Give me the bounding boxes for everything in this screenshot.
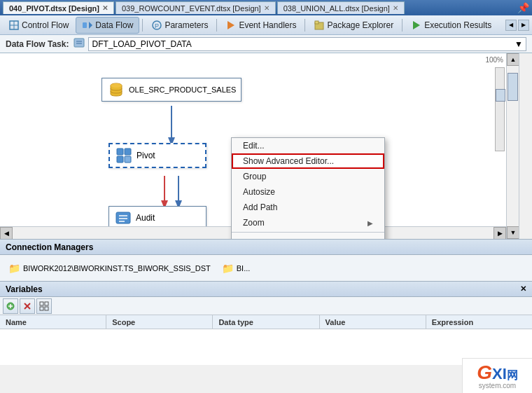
toolbar-arrow-left[interactable]: ◀ [505,20,517,31]
zoom-handle[interactable] [496,89,505,102]
toolbar-arrow-right[interactable]: ▶ [518,20,529,31]
menu-event-handlers-label: Event Handlers [239,20,296,30]
ctx-cut-shortcut: Ctrl+X [351,238,373,239]
task-bar-value: DFT_LOAD_PIVOT_DATA ▼ [73,36,526,51]
menu-control-flow[interactable]: Control Flow [3,18,74,33]
scroll-down-btn[interactable]: ▼ [507,226,519,239]
svg-rect-23 [125,149,131,155]
menu-sep-4 [402,19,402,32]
scroll-left-btn[interactable]: ◀ [0,227,13,239]
menu-execution-results-label: Execution Results [424,20,491,30]
menu-bar: Control Flow Data Flow P Parameters Even… [0,15,532,35]
package-explorer-icon [314,20,325,31]
scroll-thumb[interactable] [507,73,518,101]
node-pivot-label: Pivot [136,151,155,160]
svg-rect-11 [74,39,84,47]
node-audit-label: Audit [136,213,155,223]
task-bar-label: Data Flow Task: [6,39,69,49]
db-source-icon [108,81,125,98]
zoom-slider[interactable] [495,67,505,151]
control-flow-icon [8,20,20,31]
menu-parameters[interactable]: P Parameters [146,18,214,33]
ctx-zoom-label: Zoom [243,218,265,228]
title-tabs: 040_PIVOT.dtsx [Design] ✕ 039_ROWCOUNT_E… [3,1,517,14]
col-datatype: Data type [213,315,319,329]
ctx-autosize[interactable]: Autosize [232,184,384,200]
tab-040-close[interactable]: ✕ [102,4,108,12]
svg-rect-24 [117,156,123,163]
ctx-zoom[interactable]: Zoom ▶ [232,215,384,230]
data-flow-icon [82,20,93,31]
node-ole-src-label: OLE_SRC_PRODUCT_SALES [129,85,236,94]
task-icon [73,36,85,51]
tab-039-close[interactable]: ✕ [264,4,270,12]
var-grid-btn[interactable] [36,298,52,314]
menu-data-flow-label: Data Flow [95,20,133,30]
ctx-add-path-label: Add Path [243,202,277,212]
svg-rect-9 [315,21,318,24]
ctx-edit[interactable]: Edit... [232,138,384,153]
scroll-up-btn[interactable]: ▲ [507,53,519,66]
menu-package-explorer[interactable]: Package Explorer [308,18,399,33]
node-pivot[interactable]: Pivot [108,143,206,168]
parameters-icon: P [151,20,162,31]
menu-parameters-label: Parameters [164,20,208,30]
svg-rect-43 [45,302,48,305]
ctx-show-advanced-editor[interactable]: Show Advanced Editor... [232,153,384,169]
svg-rect-25 [125,156,131,163]
svg-text:P: P [155,22,159,29]
ctx-cut[interactable]: ✂ Cut Ctrl+X [232,234,384,239]
svg-marker-4 [89,22,92,29]
ctx-group[interactable]: Group [232,169,384,184]
tab-040-label: 040_PIVOT.dtsx [Design] [9,4,99,13]
node-ole-src[interactable]: OLE_SRC_PRODUCT_SALES [102,78,241,102]
svg-rect-22 [117,149,123,155]
tab-038-close[interactable]: ✕ [393,4,398,12]
menu-sep-1 [142,19,143,32]
svg-marker-10 [413,21,420,29]
task-dropdown-value: DFT_LOAD_PIVOT_DATA [92,39,191,49]
task-dropdown[interactable]: DFT_LOAD_PIVOT_DATA ▼ [88,37,526,51]
menu-control-flow-label: Control Flow [22,20,69,30]
conn-item-bi[interactable]: 📁 BI... [219,261,253,275]
conn-item-biwork[interactable]: 📁 BIWORK2012\BIWORKINST.TS_BIWORK_SSIS_D… [6,261,214,275]
conn-managers-label: Connection Managers [6,242,93,252]
folder-icon-2: 📁 [222,263,234,274]
col-scope: Scope [106,315,213,329]
pin-icon[interactable]: 📌 [517,2,529,13]
tab-039-rowcount[interactable]: 039_ROWCOUNT_EVENT.dtsx [Design] ✕ [115,1,276,14]
tab-038-label: 038_UNION_ALL.dtsx [Design] [284,4,390,13]
ctx-sep-1 [232,232,384,233]
scroll-right-btn[interactable]: ▶ [493,227,506,239]
variables-close[interactable]: ✕ [520,284,526,294]
var-delete-btn[interactable] [20,298,35,314]
tab-038-union[interactable]: 038_UNION_ALL.dtsx [Design] ✕ [277,1,405,14]
col-name: Name [0,315,106,329]
logo-area: G XI 网 system.com [462,358,532,393]
main-content: 100% OLE_SRC_PRODUCT_SALES [0,53,532,239]
variables-table: Name Scope Data type Value Expression [0,315,532,365]
svg-point-15 [111,83,122,88]
ctx-zoom-arrow: ▶ [368,219,373,227]
zoom-label: 100% [485,56,503,64]
var-add-btn[interactable] [3,298,18,314]
scroll-track[interactable] [507,66,519,226]
ctx-group-label: Group [243,172,266,181]
menu-sep-3 [304,19,305,32]
menu-event-handlers[interactable]: Event Handlers [220,18,302,33]
logo: G XI 网 system.com [477,363,518,389]
design-canvas[interactable]: 100% OLE_SRC_PRODUCT_SALES [0,53,519,239]
title-bar: 040_PIVOT.dtsx [Design] ✕ 039_ROWCOUNT_E… [0,0,532,15]
vertical-scrollbar[interactable]: ▲ ▼ [506,53,519,239]
ctx-edit-label: Edit... [243,141,265,151]
menu-execution-results[interactable]: Execution Results [405,18,497,33]
ctx-add-path[interactable]: Add Path [232,200,384,215]
variables-table-header: Name Scope Data type Value Expression [0,315,532,329]
pivot-icon [115,147,132,164]
tab-040-pivot[interactable]: 040_PIVOT.dtsx [Design] ✕ [3,1,114,14]
variables-panel: Variables ✕ Name Scope Data type Value E… [0,281,532,365]
svg-rect-45 [45,307,48,310]
svg-marker-7 [227,21,234,29]
logo-sub: system.com [477,382,518,389]
menu-data-flow[interactable]: Data Flow [76,17,139,34]
